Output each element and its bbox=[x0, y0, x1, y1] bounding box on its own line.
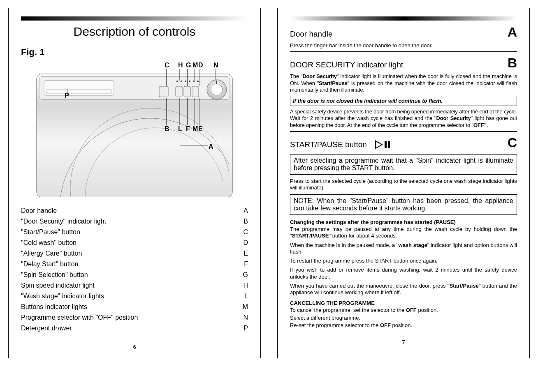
callout-b: B bbox=[165, 125, 169, 133]
legend-label: "Door Security" indicator light bbox=[21, 216, 238, 227]
legend-label: "Wash stage" indicator lights bbox=[21, 291, 238, 302]
callout-h: H bbox=[178, 62, 183, 69]
callout-m: M bbox=[192, 62, 198, 69]
section-b-title: DOOR SECURITY indicator light bbox=[290, 60, 403, 69]
svg-rect-7 bbox=[192, 86, 199, 97]
section-c-box2: NOTE: When the "Start/Pause" button has … bbox=[290, 194, 517, 215]
cancel-p1: To cancel the programme, set the selecto… bbox=[290, 307, 517, 314]
control-diagram: C H G M D N P B L F M E A bbox=[36, 62, 233, 197]
legend-key: M bbox=[238, 302, 248, 312]
manual-spread: Description of controls Fig. 1 C H G M D… bbox=[8, 8, 530, 358]
section-b-para2: A special safety device prevents the doo… bbox=[290, 108, 517, 129]
header-bar bbox=[21, 16, 248, 21]
legend-label: Buttons indicator lights bbox=[21, 302, 238, 312]
svg-rect-5 bbox=[176, 86, 182, 97]
pause-p3: To restart the programme press the START… bbox=[290, 258, 517, 264]
legend-label: "Allergy Care" button bbox=[21, 248, 238, 259]
legend-row: "Start/Pause" buttonC bbox=[21, 227, 248, 238]
legend-label: Programme selector with "OFF" position bbox=[21, 312, 238, 323]
divider bbox=[290, 131, 517, 132]
callout-c: C bbox=[165, 62, 169, 69]
section-a-header: Door handle A bbox=[290, 25, 517, 40]
section-c-box1: After selecting a programme wait that a … bbox=[290, 154, 517, 175]
callout-f: F bbox=[186, 125, 190, 133]
svg-rect-2 bbox=[44, 81, 114, 95]
svg-rect-32 bbox=[388, 141, 390, 148]
legend-key: G bbox=[238, 270, 248, 280]
cancel-p3: Re-set the programme selector to the OFF… bbox=[290, 322, 517, 329]
legend-row: Spin speed indicator lightH bbox=[21, 280, 248, 291]
pause-p2: When the machine is in the paused mode, … bbox=[290, 242, 517, 256]
svg-rect-6 bbox=[184, 86, 190, 97]
legend-row: Door handleA bbox=[21, 205, 248, 216]
legend-row: "Wash stage" indicator lightsL bbox=[21, 291, 248, 302]
section-a-title: Door handle bbox=[290, 30, 333, 39]
svg-point-8 bbox=[176, 81, 178, 82]
svg-point-11 bbox=[189, 81, 190, 82]
cancel-subhead: CANCELLING THE PROGRAMME bbox=[290, 300, 517, 306]
legend-row: "Delay Start" buttonF bbox=[21, 259, 248, 270]
svg-marker-30 bbox=[376, 141, 382, 148]
legend-key: L bbox=[238, 291, 248, 302]
page-left: Description of controls Fig. 1 C H G M D… bbox=[8, 8, 261, 358]
section-b-letter: B bbox=[508, 55, 517, 71]
divider bbox=[290, 51, 517, 52]
svg-point-13 bbox=[197, 81, 199, 82]
callout-n: N bbox=[213, 62, 218, 69]
legend-key: P bbox=[238, 323, 248, 334]
section-a-text: Press the finger-bar inside the door han… bbox=[290, 42, 517, 49]
legend-key: F bbox=[238, 259, 248, 270]
callout-e: E bbox=[198, 125, 203, 133]
section-c-header: START/PAUSE button C bbox=[290, 135, 517, 151]
play-pause-icon bbox=[375, 140, 393, 151]
callout-p: P bbox=[65, 92, 69, 99]
legend-label: "Delay Start" button bbox=[21, 259, 238, 270]
legend-row: "Cold wash" buttonD bbox=[21, 238, 248, 248]
pause-p1: The programme may be paused at any time … bbox=[290, 226, 517, 240]
svg-point-10 bbox=[185, 81, 186, 82]
section-b-note: If the door is not closed the indicator … bbox=[290, 96, 517, 106]
pause-subhead: Changing the settings after the programm… bbox=[290, 219, 517, 225]
legend-label: Door handle bbox=[21, 205, 238, 216]
section-c-title: START/PAUSE button bbox=[290, 140, 367, 149]
legend-row: "Spin Selection" buttonG bbox=[21, 270, 248, 280]
page-number: 6 bbox=[21, 344, 248, 350]
callout-m2: M bbox=[192, 125, 198, 133]
legend-label: "Cold wash" button bbox=[21, 238, 238, 248]
page-title: Description of controls bbox=[21, 25, 248, 39]
legend-label: Detergent drawer bbox=[21, 323, 238, 334]
legend-row: "Allergy Care" buttonE bbox=[21, 248, 248, 259]
page-right: Door handle A Press the finger-bar insid… bbox=[277, 8, 530, 358]
callout-d: D bbox=[198, 62, 203, 69]
pause-p5: When you have carried out the manoeuvre,… bbox=[290, 283, 517, 296]
callout-g: G bbox=[186, 62, 191, 69]
legend-key: H bbox=[238, 280, 248, 291]
callout-l: L bbox=[178, 125, 182, 133]
legend-key: A bbox=[238, 205, 248, 216]
legend-key: D bbox=[238, 238, 248, 248]
callout-a: A bbox=[209, 143, 213, 150]
pause-p4: If you wish to add or remove items durin… bbox=[290, 267, 517, 280]
svg-rect-31 bbox=[385, 141, 387, 148]
svg-point-15 bbox=[211, 84, 223, 95]
legend-table: Door handleA "Door Security" indicator l… bbox=[21, 205, 248, 334]
section-b-para1: The "Door Security" indicator light is i… bbox=[290, 73, 517, 93]
legend-row: Programme selector with "OFF" positionN bbox=[21, 312, 248, 323]
page-number: 7 bbox=[290, 339, 517, 345]
section-c-para1: Press to start the selected cycle (accor… bbox=[290, 178, 517, 191]
section-b-header: DOOR SECURITY indicator light B bbox=[290, 55, 517, 71]
legend-key: N bbox=[238, 312, 248, 323]
section-a-letter: A bbox=[508, 25, 517, 40]
svg-point-9 bbox=[181, 81, 182, 82]
legend-label: "Start/Pause" button bbox=[21, 227, 238, 238]
legend-row: "Door Security" indicator lightB bbox=[21, 216, 248, 227]
header-bar bbox=[290, 16, 517, 21]
washer-diagram-svg bbox=[36, 62, 233, 197]
cancel-p2: Select a different programme. bbox=[290, 315, 517, 321]
legend-key: C bbox=[238, 227, 248, 238]
legend-key: E bbox=[238, 248, 248, 259]
legend-row: Detergent drawerP bbox=[21, 323, 248, 334]
legend-label: "Spin Selection" button bbox=[21, 270, 238, 280]
legend-key: B bbox=[238, 216, 248, 227]
section-c-letter: C bbox=[508, 135, 517, 150]
